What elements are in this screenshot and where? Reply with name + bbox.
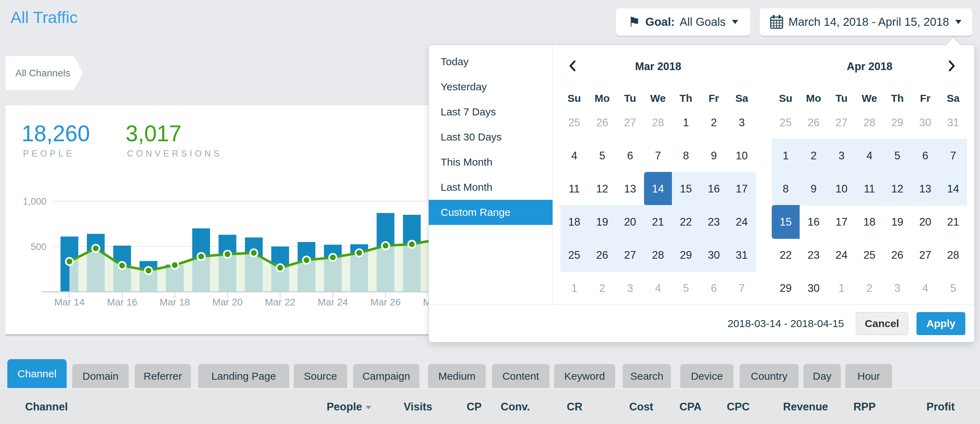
day-cell[interactable]: 26 — [883, 238, 911, 272]
day-cell[interactable]: 14 — [939, 172, 967, 206]
day-cell[interactable]: 6 — [911, 139, 939, 173]
date-range-button[interactable]: March 14, 2018 - April 15, 2018 — [760, 8, 972, 36]
day-cell[interactable]: 1 — [827, 271, 856, 305]
day-cell[interactable]: 2 — [588, 271, 616, 305]
day-cell[interactable]: 10 — [827, 172, 856, 206]
tab-domain[interactable]: Domain — [72, 364, 129, 388]
preset-yesterday[interactable]: Yesterday — [429, 74, 553, 99]
apply-button[interactable]: Apply — [916, 312, 965, 335]
day-cell[interactable]: 27 — [616, 238, 644, 272]
day-cell[interactable]: 23 — [700, 205, 728, 239]
column-header-rpp[interactable]: RPP — [853, 389, 876, 424]
day-cell[interactable]: 30 — [700, 238, 728, 272]
breadcrumb[interactable]: All Channels — [6, 56, 83, 90]
day-cell[interactable]: 4 — [856, 139, 883, 173]
column-header-cpc[interactable]: CPC — [727, 389, 749, 424]
day-cell[interactable]: 25 — [560, 106, 588, 140]
day-cell[interactable]: 7 — [644, 139, 672, 173]
day-cell[interactable]: 28 — [939, 238, 967, 272]
day-cell[interactable]: 4 — [911, 271, 939, 305]
day-cell[interactable]: 9 — [800, 172, 827, 206]
cancel-button[interactable]: Cancel — [856, 312, 908, 335]
prev-month-button[interactable] — [567, 59, 581, 74]
day-cell[interactable]: 11 — [560, 172, 588, 206]
tab-channel[interactable]: Channel — [7, 359, 67, 388]
tab-keyword[interactable]: Keyword — [554, 364, 615, 388]
day-cell[interactable]: 18 — [560, 205, 588, 239]
day-cell[interactable]: 12 — [883, 172, 911, 206]
tab-device[interactable]: Device — [680, 364, 733, 388]
preset-last-7-days[interactable]: Last 7 Days — [429, 99, 553, 124]
column-header-people[interactable]: People — [326, 389, 371, 424]
column-header-conv-[interactable]: Conv. — [501, 389, 530, 424]
day-cell[interactable]: 16 — [700, 172, 728, 206]
day-cell[interactable]: 12 — [588, 172, 616, 206]
day-cell[interactable]: 1 — [772, 139, 800, 173]
day-cell[interactable]: 8 — [772, 172, 800, 206]
goal-selector-button[interactable]: ⚑ Goal: All Goals — [616, 8, 750, 36]
day-cell[interactable]: 24 — [728, 205, 756, 239]
day-cell[interactable]: 1 — [672, 106, 700, 140]
day-cell[interactable]: 17 — [827, 205, 856, 239]
day-cell[interactable]: 4 — [644, 271, 672, 305]
tab-referrer[interactable]: Referrer — [135, 364, 191, 388]
day-cell[interactable]: 10 — [728, 139, 756, 173]
preset-last-month[interactable]: Last Month — [429, 175, 553, 200]
tab-medium[interactable]: Medium — [428, 364, 486, 388]
column-header-visits[interactable]: Visits — [404, 389, 432, 424]
tab-search[interactable]: Search — [623, 364, 671, 388]
column-header-cr[interactable]: CR — [567, 389, 582, 424]
day-cell[interactable]: 7 — [728, 271, 756, 305]
day-cell[interactable]: 13 — [616, 172, 644, 206]
day-cell[interactable]: 5 — [672, 271, 700, 305]
day-cell[interactable]: 2 — [800, 139, 827, 173]
day-cell[interactable]: 8 — [672, 139, 700, 173]
day-cell[interactable]: 13 — [911, 172, 939, 206]
day-cell[interactable]: 28 — [644, 106, 672, 140]
day-cell[interactable]: 7 — [939, 139, 967, 173]
day-cell[interactable]: 26 — [800, 106, 827, 140]
tab-day[interactable]: Day — [803, 364, 841, 388]
tab-content[interactable]: Content — [492, 364, 549, 388]
tab-source[interactable]: Source — [294, 364, 347, 388]
column-header-profit[interactable]: Profit — [927, 389, 955, 424]
day-cell[interactable]: 3 — [616, 271, 644, 305]
day-cell[interactable]: 3 — [728, 106, 756, 140]
day-cell[interactable]: 21 — [939, 205, 967, 239]
day-cell[interactable]: 24 — [827, 238, 856, 272]
day-cell[interactable]: 1 — [560, 271, 588, 305]
day-cell[interactable]: 31 — [939, 106, 967, 140]
preset-this-month[interactable]: This Month — [429, 149, 553, 175]
preset-today[interactable]: Today — [429, 49, 553, 74]
day-cell[interactable]: 23 — [800, 238, 827, 272]
day-cell[interactable]: 25 — [772, 106, 800, 140]
day-cell[interactable]: 27 — [827, 106, 856, 140]
day-cell[interactable]: 27 — [616, 106, 644, 140]
tab-country[interactable]: Country — [740, 364, 799, 388]
day-cell[interactable]: 29 — [883, 106, 911, 140]
day-cell[interactable]: 15 — [672, 172, 700, 206]
day-cell[interactable]: 9 — [700, 139, 728, 173]
day-cell[interactable]: 11 — [856, 172, 883, 206]
column-header-cpa[interactable]: CPA — [679, 389, 701, 424]
day-cell[interactable]: 3 — [827, 139, 856, 173]
day-cell[interactable]: 3 — [883, 271, 911, 305]
day-cell[interactable]: 20 — [616, 205, 644, 239]
column-header-revenue[interactable]: Revenue — [783, 389, 828, 424]
day-cell[interactable]: 30 — [800, 271, 827, 305]
tab-landing-page[interactable]: Landing Page — [198, 364, 289, 388]
day-cell[interactable]: 20 — [911, 205, 939, 239]
day-cell[interactable]: 17 — [728, 172, 756, 206]
day-cell[interactable]: 2 — [700, 106, 728, 140]
day-cell[interactable]: 26 — [588, 106, 616, 140]
day-cell[interactable]: 5 — [939, 271, 967, 305]
day-cell[interactable]: 15 — [772, 205, 800, 239]
tab-hour[interactable]: Hour — [845, 364, 892, 388]
day-cell[interactable]: 5 — [883, 139, 911, 173]
day-cell[interactable]: 28 — [856, 106, 883, 140]
day-cell[interactable]: 26 — [588, 238, 616, 272]
day-cell[interactable]: 5 — [588, 139, 616, 173]
day-cell[interactable]: 18 — [856, 205, 883, 239]
day-cell[interactable]: 30 — [911, 106, 939, 140]
day-cell[interactable]: 29 — [772, 271, 800, 305]
